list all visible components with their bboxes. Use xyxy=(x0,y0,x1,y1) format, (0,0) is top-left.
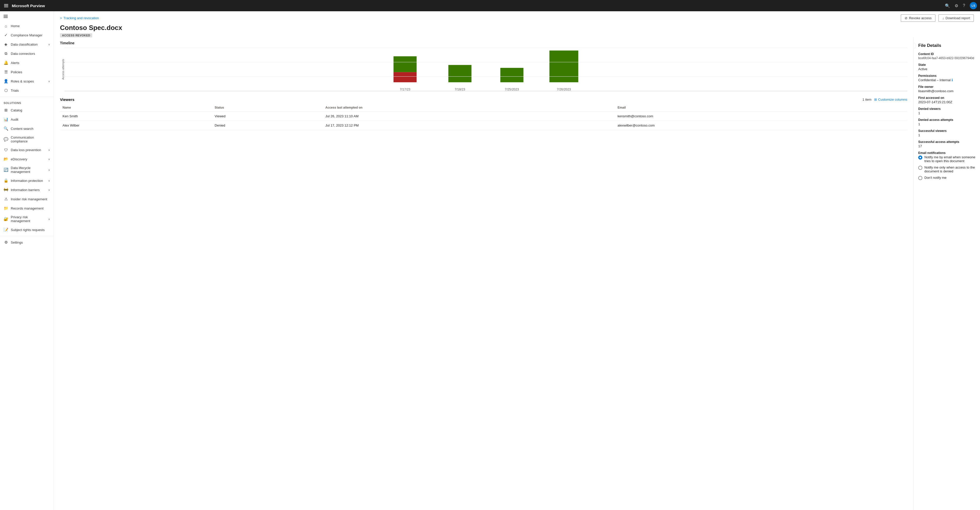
home-icon: ⌂ xyxy=(3,24,8,28)
successful-viewers-value: 1 xyxy=(918,133,975,137)
action-buttons: ⊘ Revoke access ↓ Download report xyxy=(901,14,974,22)
notif-option-3-label: Don't notify me xyxy=(924,176,947,180)
info-protection-icon: 🔒 xyxy=(3,178,8,183)
sidebar-item-records-management[interactable]: 📁 Records management xyxy=(0,203,54,213)
download-report-button[interactable]: ↓ Download report xyxy=(939,14,974,22)
data-classification-icon: ◈ xyxy=(3,42,8,47)
page-header: Contoso Spec.docx ACCESS REVOKED xyxy=(54,22,980,37)
status-badge: ACCESS REVOKED xyxy=(60,33,92,37)
avatar[interactable]: LS xyxy=(970,2,977,9)
content-id-label: Content ID xyxy=(918,52,975,56)
waffle-menu[interactable] xyxy=(3,3,9,8)
dlp-icon: 🛡 xyxy=(3,148,8,152)
viewer-name-2: Alex Wilber xyxy=(60,121,212,130)
permissions-value: Confidential – Internal xyxy=(918,78,951,82)
breadcrumb[interactable]: > Tracking and revocation xyxy=(60,16,99,20)
file-owner-value: lisasmith@contoso.com xyxy=(918,89,975,93)
chart-area: 7/17/23 7/18/23 7/25/2023 7/26/2023 xyxy=(65,48,907,91)
search-icon: 🔍 xyxy=(3,126,8,131)
breadcrumb-chevron: > xyxy=(60,16,62,20)
col-status: Status xyxy=(212,104,323,112)
app-name: Microsoft Purview xyxy=(12,3,45,8)
audit-icon: 📊 xyxy=(3,117,8,122)
successful-attempts-value: 17 xyxy=(918,144,975,148)
denied-viewers-value: 1 xyxy=(918,111,975,115)
svg-rect-2 xyxy=(3,17,8,18)
viewers-meta: 1 item ⊞ Customize columns xyxy=(862,98,907,102)
viewer-name-1: Ken Smith xyxy=(60,112,212,121)
sidebar-item-content-search[interactable]: 🔍 Content search xyxy=(0,124,54,133)
chevron-icon: ∨ xyxy=(48,80,50,83)
item-count: 1 item xyxy=(862,98,871,102)
sidebar-item-data-lifecycle[interactable]: 🔄 Data lifecycle management ∨ xyxy=(0,164,54,176)
svg-rect-1 xyxy=(3,16,8,17)
first-accessed-label: First accessed on xyxy=(918,96,975,100)
sidebar-item-insider-risk[interactable]: ⚠ Insider risk management xyxy=(0,194,54,203)
panel-collapse-button[interactable]: › xyxy=(913,43,916,49)
sidebar-item-communication-compliance[interactable]: 💬 Communication compliance xyxy=(0,133,54,146)
successful-viewers-label: Successful viewers xyxy=(918,129,975,133)
chevron-icon: ∨ xyxy=(48,149,50,151)
breadcrumb-bar: > Tracking and revocation ⊘ Revoke acces… xyxy=(54,11,980,22)
chevron-icon: ∨ xyxy=(48,218,50,221)
radio-button-2[interactable] xyxy=(918,166,922,170)
table-header-row: Name Status Access last attempted on Ema… xyxy=(60,104,907,112)
sidebar-item-subject-rights[interactable]: 📝 Subject rights requests xyxy=(0,225,54,234)
page-title: Contoso Spec.docx xyxy=(60,24,974,32)
customize-columns-button[interactable]: ⊞ Customize columns xyxy=(874,98,907,102)
records-icon: 📁 xyxy=(3,206,8,211)
notif-option-3[interactable]: Don't notify me xyxy=(918,176,975,180)
chevron-icon: ∨ xyxy=(48,158,50,160)
viewer-access-date-2: Jul 17, 2023 12:12 PM xyxy=(323,121,615,130)
sidebar-item-policies[interactable]: ☰ Policies xyxy=(0,67,54,76)
settings-icon[interactable]: ⚙ xyxy=(955,3,958,8)
email-notifications-label: Email notifications xyxy=(918,151,975,155)
info-icon[interactable]: ℹ xyxy=(951,78,953,82)
search-icon[interactable]: 🔍 xyxy=(945,3,950,8)
viewers-title: Viewers xyxy=(60,97,74,102)
trials-icon: ⬡ xyxy=(3,88,8,93)
sidebar-item-catalog[interactable]: ⊞ Catalog xyxy=(0,105,54,115)
file-owner-label: File owner xyxy=(918,85,975,89)
sidebar-item-alerts[interactable]: 🔔 Alerts xyxy=(0,58,54,67)
catalog-icon: ⊞ xyxy=(3,108,8,113)
notif-option-2[interactable]: Notify me only when access to the docume… xyxy=(918,165,975,173)
download-icon: ↓ xyxy=(942,16,944,20)
successful-attempts-label: Successful access attempts xyxy=(918,140,975,144)
radio-button-1[interactable] xyxy=(918,156,922,160)
sidebar-item-roles-scopes[interactable]: 👤 Roles & scopes ∨ xyxy=(0,76,54,86)
content-main: Timeline Access attempts xyxy=(54,37,913,510)
sidebar-item-ediscovery[interactable]: 📂 eDiscovery ∨ xyxy=(0,154,54,164)
sidebar-item-privacy-risk[interactable]: 🔐 Privacy risk management ∨ xyxy=(0,213,54,225)
state-label: State xyxy=(918,63,975,67)
sidebar-item-information-protection[interactable]: 🔒 Information protection ∨ xyxy=(0,176,54,185)
help-icon[interactable]: ? xyxy=(963,3,965,8)
sidebar-item-data-classification[interactable]: ◈ Data classification ∨ xyxy=(0,40,54,49)
revoke-access-button[interactable]: ⊘ Revoke access xyxy=(901,14,935,22)
compliance-icon: ✓ xyxy=(3,33,8,37)
policies-icon: ☰ xyxy=(3,70,8,74)
alerts-icon: 🔔 xyxy=(3,60,8,65)
panel-title: File Details xyxy=(918,43,975,48)
sidebar-item-trials[interactable]: ⬡ Trials xyxy=(0,86,54,95)
sidebar-item-home[interactable]: ⌂ Home xyxy=(0,22,54,30)
sidebar-menu-button[interactable] xyxy=(0,11,54,22)
viewers-table: Name Status Access last attempted on Ema… xyxy=(60,104,907,130)
sidebar-item-information-barriers[interactable]: 🚧 Information barriers ∨ xyxy=(0,185,54,194)
communication-icon: 💬 xyxy=(3,137,8,141)
denied-attempts-value: 1 xyxy=(918,122,975,126)
connectors-icon: ⧉ xyxy=(3,51,8,56)
notif-option-1[interactable]: Notify me by email when someone tries to… xyxy=(918,155,975,163)
sidebar-item-audit[interactable]: 📊 Audit xyxy=(0,115,54,124)
svg-rect-0 xyxy=(3,15,8,15)
table-row: Alex Wilber Denied Jul 17, 2023 12:12 PM… xyxy=(60,121,907,130)
notif-option-1-label: Notify me by email when someone tries to… xyxy=(924,155,975,163)
breadcrumb-text: Tracking and revocation xyxy=(64,16,99,20)
sidebar-item-data-loss-prevention[interactable]: 🛡 Data loss prevention ∨ xyxy=(0,146,54,154)
sidebar-item-settings[interactable]: ⚙ Settings xyxy=(0,238,54,247)
sidebar-item-compliance-manager[interactable]: ✓ Compliance Manager xyxy=(0,30,54,40)
subject-rights-icon: 📝 xyxy=(3,227,8,232)
radio-button-3[interactable] xyxy=(918,176,922,180)
sidebar-item-data-connectors[interactable]: ⧉ Data connectors xyxy=(0,49,54,58)
timeline-section: Timeline Access attempts xyxy=(60,41,907,91)
